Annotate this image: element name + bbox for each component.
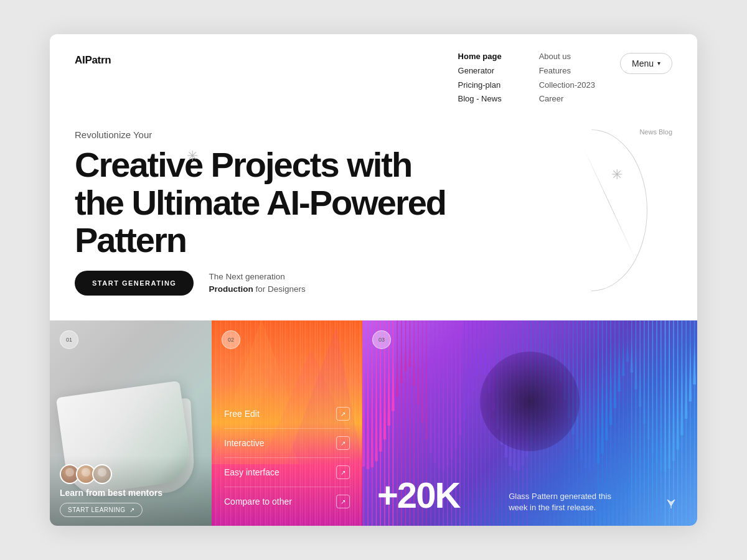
hero-cta-row: START GENERATING The Next generation Pro… (75, 271, 672, 296)
chevron-down-icon: ▾ (657, 60, 660, 67)
card-02-menu: Free Edit ↗ Interactive ↗ Easy interface… (212, 390, 362, 526)
news-blog-label: News Blog (639, 128, 672, 136)
menu-arrow-icon: ↗ (336, 436, 350, 450)
menu-arrow-icon: ↗ (336, 495, 350, 508)
logo[interactable]: AIPatrn (75, 52, 111, 67)
start-generating-button[interactable]: START GENERATING (75, 271, 194, 296)
menu-item-easy-interface[interactable]: Easy interface ↗ (224, 458, 350, 487)
menu-item-interactive[interactable]: Interactive ↗ (224, 429, 350, 458)
nav-item-features[interactable]: Features (539, 66, 595, 77)
nav-item-pricing[interactable]: Pricing-plan (458, 80, 502, 91)
bookmark-icon (660, 491, 682, 513)
menu-arrow-icon: ↗ (336, 407, 350, 421)
nav-right: About us Features Collection-2023 Career (539, 52, 595, 105)
nav-item-generator[interactable]: Generator (458, 66, 502, 77)
menu-item-free-edit[interactable]: Free Edit ↗ (224, 399, 350, 429)
arrow-icon: ↗ (129, 506, 135, 513)
nav-item-blog[interactable]: Blog - News (458, 94, 502, 105)
avatar-group (60, 464, 202, 484)
card-03-bottom: +20K Glass Pattern generated this week i… (362, 465, 697, 526)
card-01: 01 Learn from best mentors START LEARNIN… (50, 320, 212, 526)
card-02: 02 Free Edit ↗ Interactive ↗ Easy interf… (212, 320, 362, 526)
header: AIPatrn Home page Generator Pricing-plan… (50, 34, 697, 118)
nav-item-about[interactable]: About us (539, 52, 595, 62)
page-wrapper: AIPatrn Home page Generator Pricing-plan… (50, 34, 697, 526)
cards-row: 01 Learn from best mentors START LEARNIN… (50, 320, 697, 526)
star-decoration-2: ✳ (611, 167, 622, 183)
card-03-dark-blob (480, 352, 580, 451)
stat-description: Glass Pattern generated this week in the… (509, 491, 621, 513)
nav-item-home[interactable]: Home page (458, 52, 502, 62)
card-01-bottom: Learn from best mentors START LEARNING ↗ (50, 455, 212, 526)
hero-title: Creative Projects with the Ultimate AI-P… (75, 146, 510, 259)
nav-item-career[interactable]: Career (539, 94, 595, 105)
nav-left: Home page Generator Pricing-plan Blog - … (458, 52, 502, 105)
card-03: // Will generate via JS below 03 +20K Gl… (362, 320, 697, 526)
decorative-arc (535, 129, 647, 291)
decorative-line (583, 147, 636, 261)
avatar (92, 464, 112, 484)
stat-number: +20K (377, 477, 459, 513)
hero-subtitle: Revolutionize Your (75, 129, 672, 140)
nav-item-collection[interactable]: Collection-2023 (539, 80, 595, 91)
hero-description: The Next generation Production for Desig… (209, 271, 305, 296)
menu-arrow-icon: ↗ (336, 465, 350, 479)
menu-item-compare[interactable]: Compare to other ↗ (224, 487, 350, 516)
menu-button[interactable]: Menu ▾ (620, 53, 672, 74)
hero-section: ✳ ✳ News Blog Revolutionize Your Creativ… (50, 117, 697, 320)
card-01-label: Learn from best mentors (60, 488, 202, 498)
start-learning-button[interactable]: START LEARNING ↗ (60, 503, 143, 517)
